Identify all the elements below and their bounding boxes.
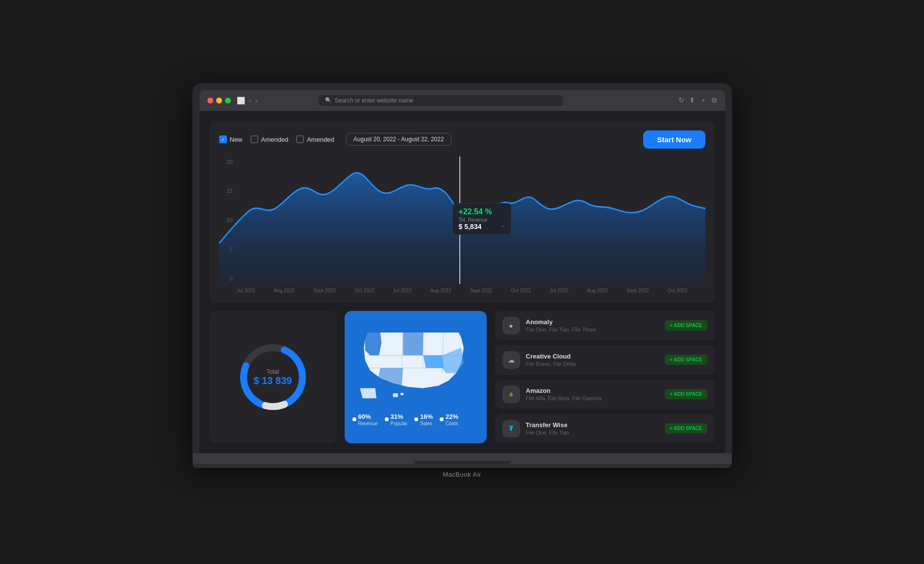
donut-container: Total $ 13 839 <box>234 338 312 416</box>
search-icon: 🔍 <box>325 97 332 103</box>
chart-panel: New Amended Amended August 20, 2022 - Au… <box>209 121 715 303</box>
list-panel: ● Anomaly File One, File Two, File Three… <box>495 311 715 443</box>
list-item-anomaly: ● Anomaly File One, File Two, File Three… <box>495 311 715 340</box>
legend-percent-revenue: 60% <box>358 413 378 420</box>
list-item-creative-cloud: ☁ Creative Cloud File Bravo, File Delta … <box>495 345 715 375</box>
svg-rect-11 <box>400 392 403 395</box>
browser-nav: ⬜ ‹ › <box>237 97 257 104</box>
x-label-2: Sept 2022 <box>313 288 336 293</box>
new-tab-icon[interactable]: ＋ <box>700 96 707 105</box>
chart-wrapper: 20 15 10 5 0 <box>219 156 705 284</box>
legend-name-sales: Sales <box>420 421 433 426</box>
share-icon[interactable]: ⬆ <box>689 96 695 105</box>
back-icon[interactable]: ‹ <box>249 97 251 104</box>
close-button[interactable] <box>207 98 213 103</box>
legend-sales: 16% Sales <box>414 413 433 426</box>
donut-panel: Total $ 13 839 <box>209 311 337 443</box>
donut-total-label: Total <box>254 368 292 375</box>
tooltip-percent: +22.54 % <box>459 207 505 216</box>
maximize-button[interactable] <box>225 98 231 103</box>
donut-center-text: Total $ 13 839 <box>254 368 292 386</box>
chart-header: New Amended Amended August 20, 2022 - Au… <box>219 130 705 149</box>
legend-name-revenue: Revenue <box>358 421 378 426</box>
creative-cloud-add-space-button[interactable]: + ADD SPACE <box>665 355 707 365</box>
legend-dot-revenue <box>352 417 356 421</box>
x-label-1: Aug 2022 <box>274 288 295 293</box>
x-label-11: Oct 2022 <box>668 288 688 293</box>
transferwise-files: File One, File Two <box>526 430 659 436</box>
transferwise-add-space-button[interactable]: + ADD SPACE <box>665 423 707 434</box>
anomaly-add-space-button[interactable]: + ADD SPACE <box>665 320 707 331</box>
checkbox-new[interactable] <box>219 135 227 143</box>
amazon-files: File Alfa, File Beta, File Gamma <box>526 395 659 401</box>
minimize-button[interactable] <box>216 98 222 103</box>
filter-amended-2[interactable]: Amended <box>296 135 334 143</box>
x-label-3: Oct 2022 <box>354 288 375 293</box>
amazon-name: Amazon <box>526 387 659 394</box>
x-axis: Jul 2022 Aug 2022 Sept 2022 Oct 2022 Jul… <box>219 284 705 293</box>
sidebar-toggle-icon[interactable]: ⬜ <box>237 97 245 104</box>
filter-new[interactable]: New <box>219 135 243 143</box>
anomaly-files: File One, File Two, File Three <box>526 327 659 333</box>
creative-cloud-files: File Bravo, File Delta <box>526 361 659 367</box>
address-bar-text: Search or enter website name <box>335 97 413 104</box>
x-label-0: Jul 2022 <box>237 288 255 293</box>
legend-dot-costs <box>440 417 444 421</box>
list-item-amazon: a Amazon File Alfa, File Beta, File Gamm… <box>495 380 715 409</box>
address-bar[interactable]: 🔍 Search or enter website name <box>318 95 563 106</box>
legend-percent-popular: 31% <box>391 413 407 420</box>
creative-cloud-icon: ☁ <box>502 351 520 369</box>
anomaly-icon: ● <box>502 317 520 334</box>
filter-amended-2-label: Amended <box>307 136 334 143</box>
x-label-6: Sept 2022 <box>470 288 493 293</box>
legend-dot-sales <box>414 417 418 421</box>
browser-titlebar: ⬜ ‹ › 🔍 Search or enter website name ↻ ⬆… <box>207 95 717 111</box>
map-legend: 60% Revenue 31% Popular <box>352 413 479 426</box>
legend-revenue: 60% Revenue <box>352 413 378 426</box>
macbook-label: MacBook Air <box>193 468 732 481</box>
transferwise-name: Transfer Wise <box>526 421 659 429</box>
tabs-icon[interactable]: ⧉ <box>712 96 717 105</box>
laptop-outer: ⬜ ‹ › 🔍 Search or enter website name ↻ ⬆… <box>193 83 732 481</box>
legend-name-popular: Popular <box>391 421 407 426</box>
amazon-text: Amazon File Alfa, File Beta, File Gamma <box>526 387 659 401</box>
laptop-base <box>193 453 732 464</box>
start-now-button[interactable]: Start Now <box>643 130 705 149</box>
donut-value: $ 13 839 <box>254 375 292 386</box>
list-item-transferwise: ₮ Transfer Wise File One, File Two + ADD… <box>495 414 715 443</box>
date-range-button[interactable]: August 20, 2022 - August 22, 2022 <box>346 133 451 146</box>
x-label-8: Jul 2022 <box>549 288 568 293</box>
creative-cloud-text: Creative Cloud File Bravo, File Delta <box>526 353 659 367</box>
chart-tooltip: +22.54 % Tot. Revenue $ 5,834 + <box>452 203 511 235</box>
legend-name-costs: Costs <box>446 421 458 426</box>
legend-popular: 31% Popular <box>385 413 407 426</box>
bottom-panels: Total $ 13 839 <box>209 311 715 443</box>
checkbox-amended-1[interactable] <box>250 135 258 143</box>
legend-percent-costs: 22% <box>446 413 458 420</box>
filter-new-label: New <box>230 136 243 143</box>
x-label-9: Aug 2022 <box>587 288 608 293</box>
anomaly-name: Anomaly <box>526 318 659 326</box>
forward-icon[interactable]: › <box>255 97 257 104</box>
amazon-add-space-button[interactable]: + ADD SPACE <box>665 389 707 399</box>
legend-percent-sales: 16% <box>420 413 433 420</box>
x-label-10: Sept 2022 <box>626 288 649 293</box>
x-label-5: Aug 2022 <box>430 288 451 293</box>
filter-amended-1[interactable]: Amended <box>250 135 289 143</box>
map-panel: 60% Revenue 31% Popular <box>345 311 487 443</box>
anomaly-text: Anomaly File One, File Two, File Three <box>526 318 659 333</box>
us-map-svg <box>352 319 479 407</box>
transferwise-text: Transfer Wise File One, File Two <box>526 421 659 436</box>
transferwise-icon: ₮ <box>502 420 520 437</box>
creative-cloud-name: Creative Cloud <box>526 353 659 360</box>
x-label-4: Jul 2022 <box>393 288 412 293</box>
refresh-icon[interactable]: ↻ <box>678 96 684 105</box>
x-label-7: Oct 2022 <box>511 288 531 293</box>
tooltip-revenue-label: Tot. Revenue <box>459 217 505 223</box>
traffic-lights <box>207 98 231 103</box>
legend-costs: 22% Costs <box>440 413 458 426</box>
laptop-bottom-bar <box>193 464 732 468</box>
checkbox-amended-2[interactable] <box>296 135 304 143</box>
tooltip-plus: + <box>501 223 504 230</box>
filter-amended-1-label: Amended <box>261 136 289 143</box>
